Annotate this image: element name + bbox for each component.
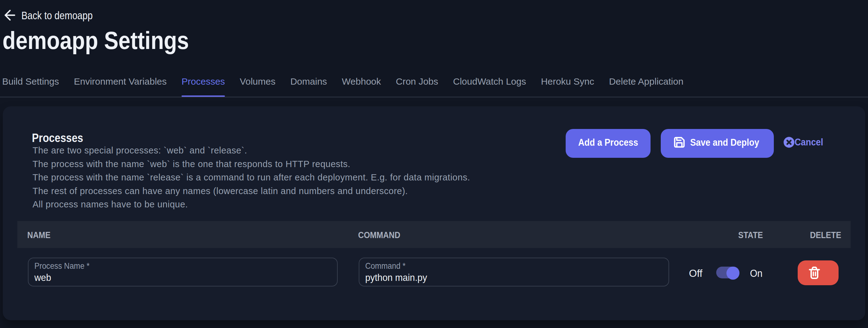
description-line: The rest of processes can have any names… [33, 184, 470, 198]
tab-volumes[interactable]: Volumes [240, 76, 275, 97]
page-title: demoapp Settings [2, 28, 189, 53]
tab-processes[interactable]: Processes [182, 76, 225, 97]
tab-heroku-sync[interactable]: Heroku Sync [541, 76, 594, 97]
save-and-deploy-button[interactable]: Save and Deploy [661, 129, 774, 158]
description-line: All process names have to be unique. [33, 198, 470, 211]
description-line: The are two special processes: `web` and… [33, 144, 470, 157]
back-label: Back to demoapp [21, 9, 93, 22]
add-process-button[interactable]: Add a Process [566, 129, 651, 158]
command-field[interactable]: Command * python main.py [359, 258, 669, 287]
cancel-button[interactable]: Cancel [783, 137, 827, 148]
tab-webhook[interactable]: Webhook [342, 76, 381, 97]
command-input[interactable]: python main.py [365, 272, 639, 284]
tab-bar: Build Settings Environment Variables Pro… [0, 76, 868, 97]
tab-cloudwatch-logs[interactable]: CloudWatch Logs [453, 76, 526, 97]
state-toggle[interactable] [716, 267, 739, 278]
description-line: The process with the name `web` is the o… [33, 157, 470, 171]
description-line: The process with the name `release` is a… [33, 171, 470, 184]
add-process-label: Add a Process [578, 137, 638, 148]
trash-icon [812, 267, 824, 279]
process-name-field[interactable]: Process Name * web [28, 258, 338, 287]
tab-delete-application[interactable]: Delete Application [609, 76, 683, 97]
command-label: Command * [365, 261, 627, 271]
tab-domains[interactable]: Domains [290, 76, 327, 97]
arrow-left-icon [3, 9, 17, 23]
tab-environment-variables[interactable]: Environment Variables [74, 76, 167, 97]
panel-heading: Processes [32, 132, 83, 144]
process-name-input[interactable]: web [34, 272, 307, 284]
save-icon [673, 136, 686, 149]
processes-panel: Processes The are two special processes:… [3, 106, 865, 320]
column-header-state: STATE [738, 222, 763, 249]
table-header-row: NAME COMMAND STATE DELETE [17, 221, 851, 248]
x-circle-icon [783, 137, 795, 148]
delete-process-button[interactable] [798, 261, 839, 285]
panel-description: The are two special processes: `web` and… [33, 144, 470, 211]
process-name-label: Process Name * [34, 261, 296, 271]
column-header-command: COMMAND [358, 222, 400, 249]
state-off-label: Off [689, 268, 702, 279]
tab-cron-jobs[interactable]: Cron Jobs [396, 76, 438, 97]
state-on-label: On [750, 268, 763, 279]
column-header-delete: DELETE [810, 222, 841, 249]
cancel-label: Cancel [795, 137, 823, 148]
toggle-knob [726, 267, 739, 280]
column-header-name: NAME [27, 222, 51, 249]
tab-build-settings[interactable]: Build Settings [2, 76, 59, 97]
save-and-deploy-label: Save and Deploy [690, 137, 759, 148]
